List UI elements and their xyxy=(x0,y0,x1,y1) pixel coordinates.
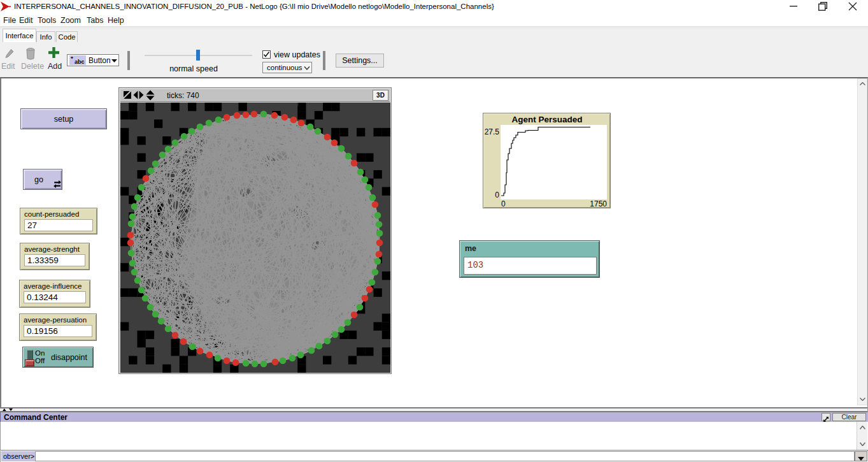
svg-text:Agent Persuaded: Agent Persuaded xyxy=(511,115,582,124)
svg-text:27.5: 27.5 xyxy=(485,127,500,136)
svg-text:0: 0 xyxy=(495,191,499,199)
svg-text:1750: 1750 xyxy=(590,199,607,208)
svg-text:0: 0 xyxy=(501,199,506,208)
